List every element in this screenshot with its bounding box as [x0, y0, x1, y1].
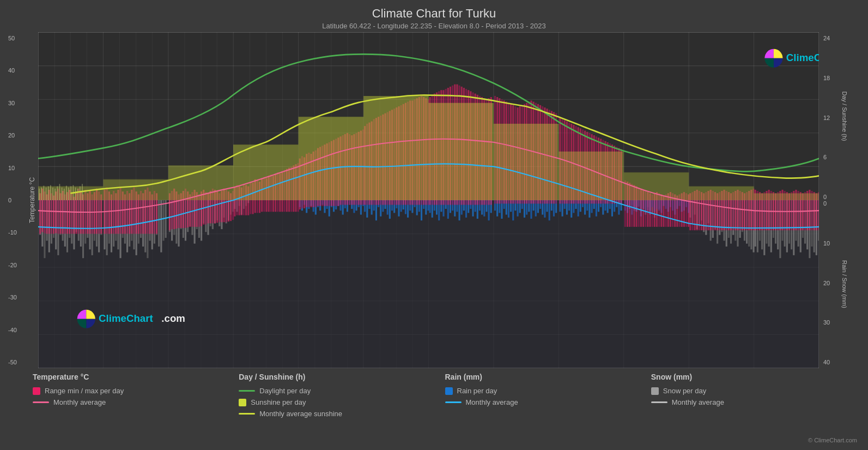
chart-title: Climate Chart for Turku — [0, 7, 868, 21]
svg-rect-728 — [689, 187, 754, 200]
legend-rain: Rain (mm) Rain per day Monthly average — [445, 373, 651, 446]
legend-sunshine-label: Sunshine per day — [251, 398, 306, 406]
left-tick-30: 30 — [8, 100, 35, 106]
right-tick-24: 24 — [823, 35, 860, 41]
svg-rect-97 — [165, 200, 167, 238]
svg-rect-648 — [663, 196, 664, 227]
chart-subtitle: Latitude 60.422 - Longitude 22.235 - Ele… — [0, 22, 868, 30]
right-tick-0-bottom: 0 — [823, 200, 860, 207]
legend-rain-label: Rain per day — [457, 387, 497, 395]
chart-svg: ClimeChart . com ClimeChart .com Jan Feb… — [38, 32, 819, 368]
svg-rect-724 — [429, 103, 494, 200]
legend-rain-avg: Monthly average — [445, 398, 651, 406]
title-section: Climate Chart for Turku Latitude 60.422 … — [0, 0, 868, 32]
svg-rect-422 — [138, 194, 139, 233]
legend-daylight-label: Daylight per day — [259, 387, 311, 395]
left-tick-n10: -10 — [8, 229, 35, 236]
svg-rect-382 — [46, 194, 48, 233]
svg-rect-96 — [162, 200, 164, 241]
legend-snow-bars: Snow per day — [651, 387, 857, 395]
right-axis-top-label: Day / Sunshine (h) — [841, 89, 848, 143]
left-axis: Temperature °C 50 40 30 20 10 0 -10 -20 … — [8, 32, 38, 368]
svg-rect-725 — [494, 124, 559, 200]
svg-text:ClimeChart: ClimeChart — [99, 313, 153, 324]
left-tick-20: 20 — [8, 132, 35, 139]
legend-snow-avg: Monthly average — [651, 398, 857, 406]
legend-temp-avg-line — [33, 401, 49, 403]
svg-rect-416 — [124, 194, 126, 233]
svg-text:ClimeChart: ClimeChart — [786, 52, 819, 63]
right-tick-0-top: 0 — [823, 194, 860, 200]
legend-rain-avg-line — [445, 401, 462, 403]
svg-rect-94 — [158, 200, 160, 247]
right-axis-bottom: Rain / Snow (mm) 0 10 20 30 40 — [819, 200, 860, 368]
left-tick-n30: -30 — [8, 294, 35, 301]
legend-sunshine-avg-line — [239, 413, 255, 415]
legend-snow-title: Snow (mm) — [651, 373, 857, 381]
left-tick-n40: -40 — [8, 327, 35, 333]
legend-sunshine-avg-label: Monthly average sunshine — [259, 410, 342, 418]
svg-rect-721 — [233, 145, 298, 200]
legend-snow-box — [651, 387, 659, 395]
legend-temp-avg-label: Monthly average — [53, 398, 106, 406]
legend-rain-avg-label: Monthly average — [466, 398, 518, 406]
svg-text:.com: .com — [161, 313, 185, 324]
left-tick-50: 50 — [8, 35, 35, 41]
legend-snow: Snow (mm) Snow per day Monthly average — [651, 373, 857, 446]
right-tick-6: 6 — [823, 154, 860, 160]
svg-rect-726 — [559, 152, 623, 200]
right-tick-10: 10 — [823, 240, 860, 247]
svg-rect-723 — [363, 96, 428, 200]
legend-snow-label: Snow per day — [663, 387, 707, 395]
right-axis: Day / Sunshine (h) 24 18 12 6 0 Rain / S… — [819, 32, 860, 368]
legend-sunshine-bars: Sunshine per day — [239, 398, 445, 406]
legend-temp-range-box — [33, 387, 40, 395]
legend-snow-avg-line — [651, 401, 667, 403]
legend-temp-range: Range min / max per day — [33, 387, 239, 395]
legend-area: Temperature °C Range min / max per day M… — [0, 368, 868, 450]
legend-rain-bars: Rain per day — [445, 387, 651, 395]
left-tick-n50: -50 — [8, 359, 35, 365]
left-tick-40: 40 — [8, 67, 35, 74]
legend-sunshine-title: Day / Sunshine (h) — [239, 373, 445, 381]
svg-rect-722 — [299, 117, 363, 200]
right-tick-30: 30 — [823, 319, 860, 326]
right-tick-18: 18 — [823, 75, 860, 81]
left-tick-n20: -20 — [8, 262, 35, 268]
legend-daylight-line — [239, 390, 255, 392]
legend-snow-avg-label: Monthly average — [672, 398, 724, 406]
legend-rain-box — [445, 387, 453, 395]
main-container: Climate Chart for Turku Latitude 60.422 … — [0, 0, 868, 450]
right-axis-top: Day / Sunshine (h) 24 18 12 6 0 — [819, 32, 860, 200]
svg-rect-654 — [676, 196, 678, 227]
copyright: © ClimeChart.com — [808, 437, 857, 443]
legend-sunshine-avg: Monthly average sunshine — [239, 410, 445, 418]
legend-temp-range-label: Range min / max per day — [45, 387, 124, 395]
svg-rect-428 — [151, 194, 153, 233]
legend-sunshine-box — [239, 399, 246, 406]
right-tick-40: 40 — [823, 359, 860, 365]
chart-plot-wrapper: ClimeChart . com ClimeChart .com Jan Feb… — [38, 32, 819, 368]
svg-rect-729 — [754, 193, 819, 200]
legend-temp-title: Temperature °C — [33, 373, 239, 381]
svg-rect-95 — [160, 200, 162, 253]
left-axis-label: Temperature °C — [28, 177, 36, 223]
right-axis-bottom-label: Rain / Snow (mm) — [841, 257, 848, 311]
legend-temp-avg: Monthly average — [33, 398, 239, 406]
legend-temperature: Temperature °C Range min / max per day M… — [33, 373, 239, 446]
legend-daylight: Daylight per day — [239, 387, 445, 395]
left-tick-10: 10 — [8, 165, 35, 171]
legend-rain-title: Rain (mm) — [445, 373, 651, 381]
legend-sunshine: Day / Sunshine (h) Daylight per day Suns… — [239, 373, 445, 446]
